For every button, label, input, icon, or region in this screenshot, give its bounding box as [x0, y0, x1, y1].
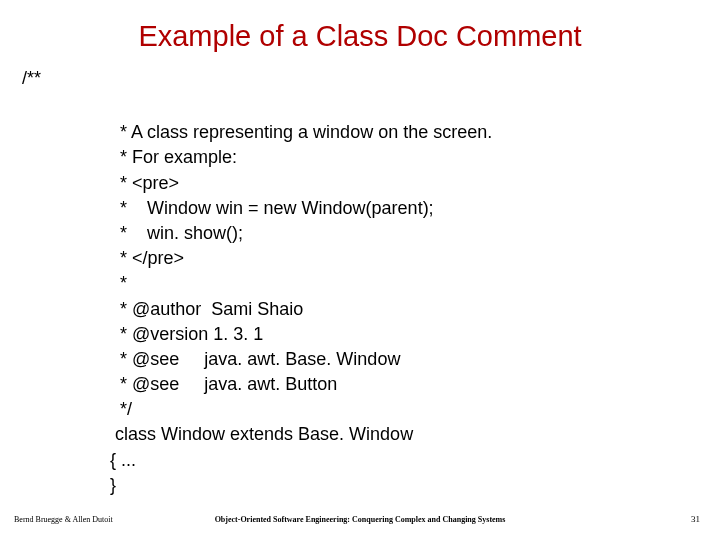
- code-line: * A class representing a window on the s…: [110, 122, 492, 142]
- code-line: *: [110, 273, 127, 293]
- code-line: * @see java. awt. Base. Window: [110, 349, 400, 369]
- code-line: * For example:: [110, 147, 237, 167]
- footer-book-title: Object-Oriented Software Engineering: Co…: [0, 515, 720, 524]
- code-line: * Window win = new Window(parent);: [110, 198, 434, 218]
- code-line: }: [110, 475, 116, 495]
- code-line: * win. show();: [110, 223, 243, 243]
- comment-opener: /**: [22, 68, 41, 89]
- code-block: * A class representing a window on the s…: [110, 95, 492, 498]
- code-line: */: [110, 399, 132, 419]
- page-number: 31: [691, 514, 700, 524]
- code-line: { ...: [110, 450, 136, 470]
- code-line: * @version 1. 3. 1: [110, 324, 263, 344]
- code-line: * </pre>: [110, 248, 184, 268]
- code-line: * @see java. awt. Button: [110, 374, 337, 394]
- code-line: * <pre>: [110, 173, 179, 193]
- code-line: class Window extends Base. Window: [110, 424, 413, 444]
- slide-title: Example of a Class Doc Comment: [0, 20, 720, 53]
- code-line: * @author Sami Shaio: [110, 299, 303, 319]
